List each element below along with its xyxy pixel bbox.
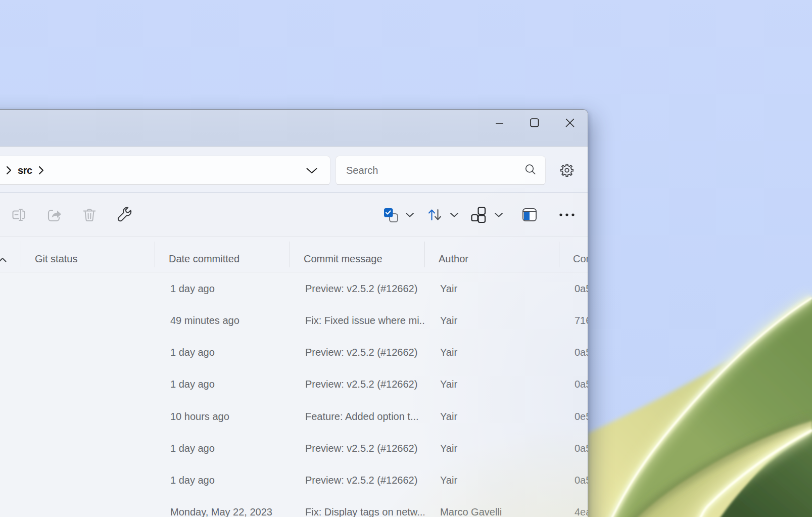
- rename-button[interactable]: [3, 199, 34, 230]
- cell-date-committed: 1 day ago: [155, 464, 290, 496]
- chevron-down-icon: [491, 199, 506, 230]
- cell-author: Yair: [424, 433, 559, 464]
- cell-name: [0, 433, 21, 464]
- titlebar[interactable]: [0, 110, 588, 147]
- cell-git-status: [21, 464, 155, 496]
- wrench-icon: [116, 206, 133, 223]
- cell-commit: 0e5: [559, 401, 588, 433]
- share-button[interactable]: [38, 199, 70, 230]
- cell-author: Yair: [424, 337, 559, 368]
- chevron-down-icon: [402, 199, 417, 230]
- cell-author: Yair: [424, 464, 559, 496]
- file-explorer-window: src: [0, 109, 588, 517]
- delete-icon: [81, 207, 98, 223]
- table-row[interactable]: 1 day agoPreview: v2.5.2 (#12662)Yair0a5: [0, 273, 588, 305]
- cell-git-status: [21, 433, 155, 464]
- cell-git-status: [21, 305, 155, 337]
- search-box[interactable]: [336, 156, 546, 185]
- dual-pane-button[interactable]: [515, 199, 544, 230]
- cell-commit: 716: [559, 305, 588, 337]
- table-row[interactable]: 1 day agoPreview: v2.5.2 (#12662)Yair0a5: [0, 464, 588, 496]
- cell-author: Yair: [424, 401, 559, 433]
- cell-git-status: [21, 273, 155, 305]
- desktop: src: [0, 0, 812, 517]
- close-icon: [565, 118, 575, 127]
- more-icon: [558, 212, 576, 217]
- navigation-bar: src: [0, 147, 588, 193]
- table-row[interactable]: 1 day agoPreview: v2.5.2 (#12662)Yair0a5: [0, 433, 588, 464]
- cell-git-status: [21, 337, 155, 368]
- settings-button[interactable]: [553, 158, 581, 182]
- address-dropdown-button[interactable]: [301, 160, 322, 181]
- sort-icon: [427, 207, 443, 223]
- selection-options-button[interactable]: [377, 199, 404, 230]
- cell-date-committed: 1 day ago: [155, 368, 290, 400]
- column-header-git-status[interactable]: Git status: [21, 237, 155, 272]
- gear-icon: [560, 164, 574, 177]
- table-row[interactable]: Monday, May 22, 2023Fix: Display tags on…: [0, 496, 588, 517]
- dual-pane-icon: [522, 207, 537, 222]
- cell-date-committed: 1 day ago: [155, 433, 290, 464]
- column-header-date-committed[interactable]: Date committed: [155, 237, 290, 272]
- layout-options-button[interactable]: [466, 199, 492, 230]
- search-icon: [524, 163, 537, 178]
- cell-author: Yair: [424, 305, 559, 337]
- cell-name: [0, 464, 21, 496]
- table-row[interactable]: 1 day agoPreview: v2.5.2 (#12662)Yair0a5: [0, 368, 588, 400]
- table-row[interactable]: 1 day agoPreview: v2.5.2 (#12662)Yair0a5: [0, 337, 588, 368]
- layout-icon: [470, 206, 488, 223]
- caption-buttons: [482, 110, 588, 146]
- cell-date-committed: 1 day ago: [155, 273, 290, 305]
- search-input[interactable]: [346, 165, 513, 176]
- cell-name: [0, 496, 21, 517]
- rename-icon: [11, 207, 27, 223]
- breadcrumb-item-src[interactable]: src: [17, 165, 33, 176]
- table-row[interactable]: 10 hours agoFeature: Added option t...Ya…: [0, 401, 588, 433]
- cell-date-committed: 1 day ago: [155, 337, 290, 368]
- cell-name: [0, 273, 21, 305]
- column-header-label: Date committed: [169, 253, 240, 264]
- cell-commit-message: Preview: v2.5.2 (#12662): [290, 368, 424, 400]
- file-list: 1 day agoPreview: v2.5.2 (#12662)Yair0a5…: [0, 273, 588, 517]
- column-header-commit[interactable]: Commit: [559, 237, 588, 272]
- cell-git-status: [21, 401, 155, 433]
- cell-commit-message: Preview: v2.5.2 (#12662): [290, 433, 424, 464]
- address-bar[interactable]: src: [0, 156, 330, 185]
- close-button[interactable]: [552, 110, 588, 136]
- column-header-name[interactable]: [0, 237, 21, 272]
- column-header-author[interactable]: Author: [424, 237, 559, 272]
- cell-author: Yair: [424, 368, 559, 400]
- column-header-label: Commit message: [304, 253, 383, 264]
- breadcrumb-chevron-icon: [38, 166, 44, 175]
- table-row[interactable]: 49 minutes agoFix: Fixed issue where mi.…: [0, 305, 588, 337]
- column-header-commit-message[interactable]: Commit message: [290, 237, 424, 272]
- cell-commit-message: Fix: Fixed issue where mi...: [290, 305, 424, 337]
- minimize-button[interactable]: [482, 110, 517, 136]
- cell-commit: 0a5: [559, 337, 588, 368]
- open-with-button[interactable]: [109, 199, 140, 230]
- cell-commit: 0a5: [559, 433, 588, 464]
- cell-name: [0, 305, 21, 337]
- column-header-label: Commit: [573, 253, 588, 264]
- maximize-button[interactable]: [517, 110, 552, 136]
- cell-author: Marco Gavelli: [424, 496, 559, 517]
- cell-date-committed: Monday, May 22, 2023: [155, 496, 290, 517]
- cell-commit: 0a5: [559, 273, 588, 305]
- cell-name: [0, 337, 21, 368]
- cell-git-status: [21, 368, 155, 400]
- column-header-label: Author: [439, 253, 468, 264]
- cell-author: Yair: [424, 273, 559, 305]
- more-options-button[interactable]: [553, 199, 581, 230]
- maximize-icon: [530, 118, 539, 127]
- cell-commit-message: Feature: Added option t...: [290, 401, 424, 433]
- minimize-icon: [495, 119, 504, 127]
- toolbar: [0, 193, 588, 237]
- cell-commit: 0a5: [559, 464, 588, 496]
- multiselect-icon: [383, 207, 398, 222]
- sort-options-button[interactable]: [422, 199, 448, 230]
- cell-commit-message: Preview: v2.5.2 (#12662): [290, 464, 424, 496]
- cell-commit: 4ea: [559, 496, 588, 517]
- cell-commit: 0a5: [559, 368, 588, 400]
- cell-commit-message: Fix: Display tags on netw...: [290, 496, 424, 517]
- delete-button[interactable]: [74, 199, 105, 230]
